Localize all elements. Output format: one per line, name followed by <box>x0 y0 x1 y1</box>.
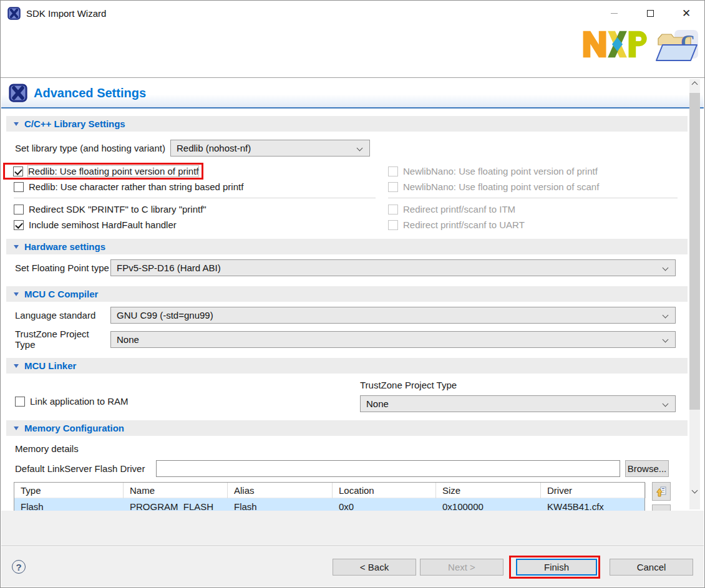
checkbox-redlib-float-printf[interactable] <box>13 166 23 176</box>
floating-point-dropdown[interactable]: FPv5-SP-D16 (Hard ABI) <box>110 259 676 276</box>
linker-trustzone-dropdown[interactable]: None <box>360 395 676 412</box>
help-button[interactable]: ? <box>12 560 26 574</box>
floating-point-value: FPv5-SP-D16 (Hard ABI) <box>117 263 221 273</box>
mcuxpresso-app-icon <box>7 7 21 20</box>
checkbox-row-redirect-sdk-printf: Redirect SDK "PRINTF" to C library "prin… <box>1 201 376 217</box>
section-hardware-settings[interactable]: Hardware settings <box>6 239 688 254</box>
language-standard-dropdown[interactable]: GNU C99 (-std=gnu99) <box>110 307 676 324</box>
window-controls: ✕ <box>596 1 704 26</box>
checkbox-row-link-to-ram: Link application to RAM <box>1 393 129 409</box>
library-checkbox-grid: Redlib: Use floating point version of pr… <box>1 163 688 233</box>
maximize-button[interactable] <box>632 1 668 26</box>
column-header-location[interactable]: Location <box>333 483 436 498</box>
checkbox-label: Redirect printf/scanf to ITM <box>403 204 515 214</box>
memory-table-header: Type Name Alias Location Size Driver <box>14 483 644 498</box>
trustzone-type-label: TrustZone Project Type <box>15 329 110 350</box>
chevron-up-icon <box>692 82 698 88</box>
scroll-down-button[interactable] <box>689 485 700 496</box>
trustzone-type-value: None <box>117 334 139 345</box>
mcuxpresso-banner-icon <box>9 84 27 102</box>
checkbox-row-redlib-char-printf: Redlib: Use character rather than string… <box>1 179 376 195</box>
linker-trustzone-label: TrustZone Project Type <box>360 380 676 390</box>
column-header-driver[interactable]: Driver <box>541 483 646 498</box>
memory-details-label: Memory details <box>15 443 688 454</box>
sdk-import-wizard-window: SDK Import Wizard ✕ C Adv <box>0 0 705 588</box>
collapse-triangle-icon <box>14 292 19 296</box>
checkbox-newlibnano-printf <box>388 166 398 176</box>
collapse-triangle-icon <box>14 245 19 249</box>
collapse-triangle-icon <box>14 364 19 368</box>
page-banner: Advanced Settings <box>1 79 704 108</box>
flash-driver-input[interactable] <box>156 460 620 477</box>
cell-location: 0x0 <box>333 501 436 511</box>
section-memory-configuration[interactable]: Memory Configuration <box>6 420 688 436</box>
move-up-button[interactable] <box>652 482 671 501</box>
checkbox-redirect-sdk-printf[interactable] <box>14 205 24 214</box>
memory-table-side-buttons <box>652 482 671 511</box>
move-up-icon <box>656 486 667 497</box>
lower-spacer <box>1 511 704 546</box>
finish-button[interactable]: Finish <box>516 559 597 576</box>
chevron-down-icon <box>692 488 698 494</box>
section-mcu-c-compiler[interactable]: MCU C Compiler <box>6 286 688 302</box>
scroll-up-button[interactable] <box>689 79 700 90</box>
library-type-dropdown[interactable]: Redlib (nohost-nf) <box>170 140 370 157</box>
column-header-type[interactable]: Type <box>14 483 124 498</box>
table-row[interactable]: Flash PROGRAM_FLASH Flash 0x0 0x100000 K… <box>14 498 644 511</box>
checkbox-newlibnano-scanf <box>388 182 398 192</box>
floating-point-row: Set Floating Point type FPv5-SP-D16 (Har… <box>15 259 676 276</box>
checkbox-label: Redlib: Use character rather than string… <box>29 181 243 192</box>
column-header-alias[interactable]: Alias <box>228 483 333 498</box>
minimize-icon <box>611 13 618 14</box>
move-down-button[interactable] <box>652 504 671 511</box>
linker-right-column: TrustZone Project Type None <box>360 380 676 412</box>
section-mcu-linker[interactable]: MCU Linker <box>6 358 688 374</box>
wizard-button-bar: ? < Back Next > Finish Cancel <box>1 547 704 587</box>
close-button[interactable]: ✕ <box>668 1 704 26</box>
chevron-down-icon <box>663 401 669 407</box>
chevron-down-icon <box>357 145 363 152</box>
trustzone-type-dropdown[interactable]: None <box>110 331 676 348</box>
library-checkbox-column-left: Redlib: Use floating point version of pr… <box>1 163 376 233</box>
chevron-down-icon <box>663 336 669 342</box>
back-button[interactable]: < Back <box>333 559 416 576</box>
checkbox-semihost-hardfault[interactable] <box>14 220 24 230</box>
linker-grid: Link application to RAM TrustZone Projec… <box>1 380 676 412</box>
separator <box>14 198 376 198</box>
section-title: Hardware settings <box>24 241 105 252</box>
maximize-icon <box>647 10 654 17</box>
checkbox-redlib-char-printf[interactable] <box>14 182 24 192</box>
trustzone-type-row: TrustZone Project Type None <box>15 329 676 350</box>
cell-size: 0x100000 <box>436 501 541 511</box>
flash-driver-row: Default LinkServer Flash Driver Browse..… <box>15 460 669 477</box>
minimize-button[interactable] <box>596 1 632 26</box>
checkbox-label: Redirect SDK "PRINTF" to C library "prin… <box>29 204 207 214</box>
library-type-label: Set library type (and hosting variant) <box>15 143 165 153</box>
linker-trustzone-value: None <box>366 398 389 409</box>
section-library-settings[interactable]: C/C++ Library Settings <box>6 116 688 132</box>
column-header-size[interactable]: Size <box>436 483 541 498</box>
wizard-content-area: Advanced Settings C/C++ Library Settings… <box>1 79 704 511</box>
close-icon: ✕ <box>682 8 691 19</box>
browse-button[interactable]: Browse... <box>625 460 669 477</box>
column-header-name[interactable]: Name <box>124 483 228 498</box>
vertical-scrollbar[interactable] <box>689 79 700 509</box>
nxp-logo <box>581 29 648 60</box>
memory-table: Type Name Alias Location Size Driver Fla… <box>14 482 645 511</box>
section-title: C/C++ Library Settings <box>24 118 125 129</box>
header-logo-zone: C <box>1 26 704 78</box>
cell-driver: KW45B41.cfx <box>541 501 646 511</box>
floating-point-label: Set Floating Point type <box>15 263 110 273</box>
checkbox-label: Link application to RAM <box>30 396 129 407</box>
next-button: Next > <box>420 559 503 576</box>
scrollbar-thumb[interactable] <box>689 93 700 410</box>
checkbox-row-newlibnano-scanf: NewlibNano: Use floating point version o… <box>376 179 688 195</box>
cancel-button[interactable]: Cancel <box>610 559 693 576</box>
checkbox-label: Redlib: Use floating point version of pr… <box>28 166 198 176</box>
checkbox-link-to-ram[interactable] <box>15 397 25 407</box>
annotation-red-box[interactable]: Redlib: Use floating point version of pr… <box>3 163 203 180</box>
cell-name: PROGRAM_FLASH <box>124 501 228 511</box>
checkbox-row-newlibnano-printf: NewlibNano: Use floating point version o… <box>376 163 688 179</box>
title-bar: SDK Import Wizard ✕ <box>1 1 704 26</box>
section-title: MCU Linker <box>24 360 76 371</box>
